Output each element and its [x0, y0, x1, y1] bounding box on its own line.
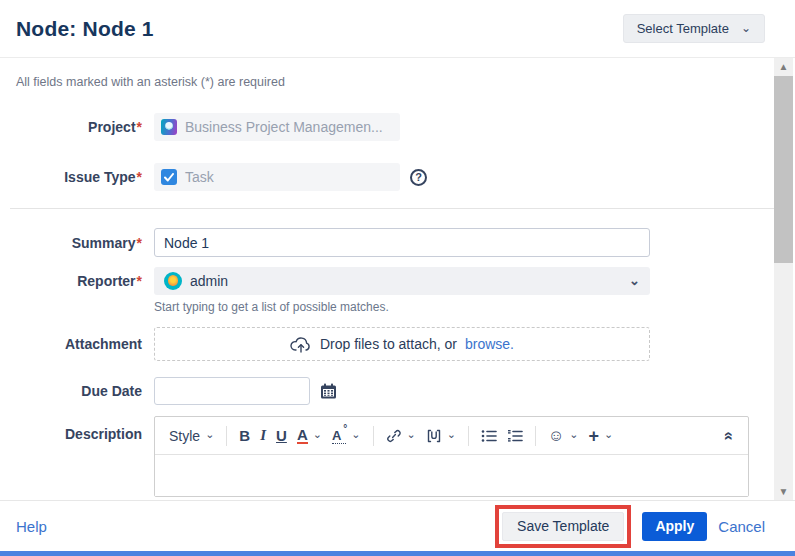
issue-type-value: Task — [185, 169, 214, 185]
numbered-list-button[interactable] — [502, 425, 528, 447]
user-avatar — [164, 272, 182, 290]
description-label: Description — [4, 416, 154, 442]
required-asterisk: * — [137, 273, 142, 289]
required-asterisk: * — [137, 169, 142, 185]
link-icon — [386, 428, 402, 444]
due-date-row: Due Date — [4, 377, 795, 405]
toolbar-divider — [226, 426, 227, 446]
italic-label: I — [260, 427, 266, 444]
more-formatting-icon: A — [332, 428, 346, 444]
attachment-dropzone[interactable]: Drop files to attach, or browse. — [154, 327, 650, 361]
help-link[interactable]: Help — [16, 518, 47, 535]
editor-toolbar: Style ⌄ B I U A ⌄ A ⌄ — [155, 417, 748, 455]
description-editor: Style ⌄ B I U A ⌄ A ⌄ — [154, 416, 749, 497]
chevron-down-icon: ⌄ — [741, 22, 751, 34]
link-dropdown[interactable]: ⌄ — [381, 424, 421, 448]
chevron-down-icon: ⌄ — [407, 429, 416, 440]
reporter-row: Reporter* admin ⌄ — [4, 267, 795, 295]
issue-type-row: Issue Type* Task ? — [4, 163, 795, 191]
cloud-upload-icon — [290, 336, 312, 353]
summary-input[interactable] — [154, 228, 650, 257]
project-value: Business Project Managemen... — [185, 119, 383, 135]
footer-actions: Save Template Apply Cancel — [495, 505, 765, 548]
required-asterisk: * — [137, 235, 142, 251]
project-avatar-icon — [161, 119, 177, 135]
description-row: Description Style ⌄ B I U A ⌄ — [4, 416, 795, 497]
scrollbar-thumb[interactable] — [774, 76, 793, 263]
underline-label: U — [276, 427, 287, 444]
reporter-label: Reporter* — [4, 273, 154, 289]
attachment-label: Attachment — [4, 336, 154, 352]
project-label: Project* — [4, 119, 154, 135]
issue-type-field: Task — [154, 163, 400, 191]
bullet-list-icon — [481, 429, 497, 443]
chevron-down-icon: ⌄ — [205, 429, 214, 440]
required-fields-notice: All fields marked with an asterisk (*) a… — [16, 75, 795, 89]
text-color-dropdown[interactable]: A ⌄ — [292, 423, 327, 449]
summary-label-text: Summary — [72, 235, 136, 251]
plus-icon: + — [589, 427, 600, 445]
reporter-helper-row: Start typing to get a list of possible m… — [4, 300, 795, 314]
collapse-icon: « — [721, 431, 739, 440]
underline-button[interactable]: U — [271, 423, 292, 448]
toolbar-divider — [373, 426, 374, 446]
browse-link[interactable]: browse. — [465, 336, 514, 352]
attach-dropdown[interactable]: ⌄ — [421, 424, 461, 448]
project-label-text: Project — [88, 119, 135, 135]
bold-button[interactable]: B — [234, 423, 255, 448]
cancel-link[interactable]: Cancel — [718, 518, 765, 535]
bottom-accent-bar — [0, 551, 795, 556]
apply-button[interactable]: Apply — [642, 512, 707, 541]
help-question-icon[interactable]: ? — [410, 169, 427, 186]
chevron-down-icon: ⌄ — [629, 274, 640, 287]
reporter-select[interactable]: admin ⌄ — [154, 267, 650, 295]
more-formatting-dropdown[interactable]: A ⌄ — [327, 424, 366, 448]
section-divider — [10, 208, 785, 209]
bold-label: B — [239, 427, 250, 444]
summary-row: Summary* — [4, 228, 795, 257]
italic-button[interactable]: I — [255, 423, 271, 448]
description-textarea[interactable] — [155, 455, 748, 496]
chevron-down-icon: ⌄ — [313, 429, 322, 440]
attachment-row: Attachment Drop files to attach, or brow… — [4, 327, 795, 361]
scroll-up-arrow[interactable]: ▲ — [774, 58, 793, 75]
reporter-label-text: Reporter — [77, 273, 135, 289]
style-label: Style — [169, 428, 200, 444]
save-template-button[interactable]: Save Template — [502, 512, 624, 541]
due-date-input[interactable] — [154, 377, 310, 405]
due-date-label: Due Date — [4, 383, 154, 399]
emoji-dropdown[interactable]: ☺ ⌄ — [543, 424, 584, 448]
scrollbar[interactable]: ▲ ▼ — [774, 58, 793, 500]
collapse-toolbar-button[interactable]: « — [720, 423, 739, 449]
form-body: All fields marked with an asterisk (*) a… — [0, 75, 795, 497]
chevron-down-icon: ⌄ — [604, 429, 613, 440]
insert-more-dropdown[interactable]: + ⌄ — [584, 423, 619, 449]
project-field: Business Project Managemen... — [154, 113, 400, 141]
page-title: Node: Node 1 — [16, 17, 154, 41]
attachment-icon — [426, 428, 442, 444]
project-row: Project* Business Project Managemen... — [4, 113, 795, 141]
task-type-icon — [161, 169, 177, 185]
toolbar-divider — [468, 426, 469, 446]
annotation-highlight-box: Save Template — [495, 505, 631, 548]
issue-type-label: Issue Type* — [4, 169, 154, 185]
scroll-down-arrow[interactable]: ▼ — [774, 483, 793, 500]
dialog-header: Node: Node 1 Select Template ⌄ — [0, 0, 795, 58]
chevron-down-icon: ⌄ — [447, 429, 456, 440]
emoji-icon: ☺ — [548, 428, 564, 444]
issue-type-label-text: Issue Type — [64, 169, 135, 185]
create-node-dialog: Node: Node 1 Select Template ⌄ All field… — [0, 0, 795, 556]
toolbar-divider — [535, 426, 536, 446]
numbered-list-icon — [507, 429, 523, 443]
reporter-value: admin — [190, 273, 228, 289]
select-template-label: Select Template — [637, 21, 729, 36]
attachment-drop-text: Drop files to attach, or — [320, 336, 457, 352]
summary-label: Summary* — [4, 235, 154, 251]
select-template-button[interactable]: Select Template ⌄ — [623, 14, 765, 43]
chevron-down-icon: ⌄ — [351, 429, 360, 440]
style-dropdown[interactable]: Style ⌄ — [164, 424, 219, 448]
reporter-helper-text: Start typing to get a list of possible m… — [154, 300, 389, 314]
bullet-list-button[interactable] — [476, 425, 502, 447]
chevron-down-icon: ⌄ — [569, 429, 578, 440]
calendar-icon[interactable] — [320, 383, 337, 400]
